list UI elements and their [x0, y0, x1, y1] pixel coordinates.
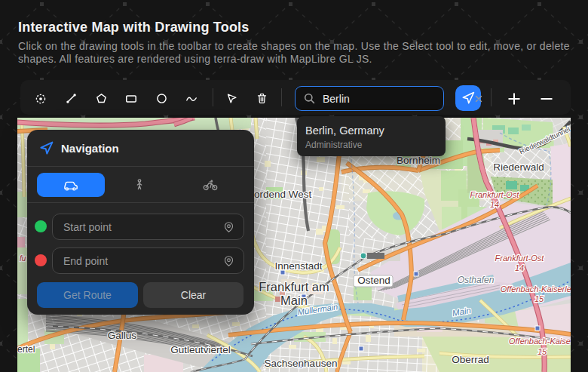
svg-text:Osthafen: Osthafen [458, 275, 495, 285]
svg-text:Frankfurt am: Frankfurt am [259, 280, 329, 294]
svg-text:Riederwald: Riederwald [493, 161, 544, 173]
svg-text:Bornheim: Bornheim [397, 155, 440, 166]
svg-text:Sachsenhausen: Sachsenhausen [265, 358, 338, 369]
svg-text:fu: fu [20, 254, 26, 263]
svg-text:Offenbach-Kaiserl: Offenbach-Kaiserl [509, 337, 571, 346]
svg-text:15: 15 [534, 294, 544, 303]
svg-text:Ostend: Ostend [357, 275, 390, 286]
svg-text:ertel: ertel [17, 344, 35, 355]
svg-text:Offenbach-Kaiserlei: Offenbach-Kaiserlei [501, 284, 571, 294]
svg-text:14: 14 [515, 263, 524, 272]
svg-text:15: 15 [537, 347, 547, 356]
svg-text:Frankfurt-Ost: Frankfurt-Ost [495, 254, 545, 263]
svg-text:Oberrad: Oberrad [452, 354, 489, 365]
svg-text:Gallus: Gallus [108, 330, 137, 341]
svg-text:Gutleutviertel: Gutleutviertel [170, 344, 231, 355]
svg-text:Frankfurt-Ost: Frankfurt-Ost [470, 190, 520, 199]
svg-text:Main: Main [280, 294, 308, 307]
svg-text:ordend West: ordend West [254, 189, 312, 200]
svg-text:Innenstadt: Innenstadt [274, 260, 322, 272]
svg-text:14: 14 [490, 200, 499, 209]
